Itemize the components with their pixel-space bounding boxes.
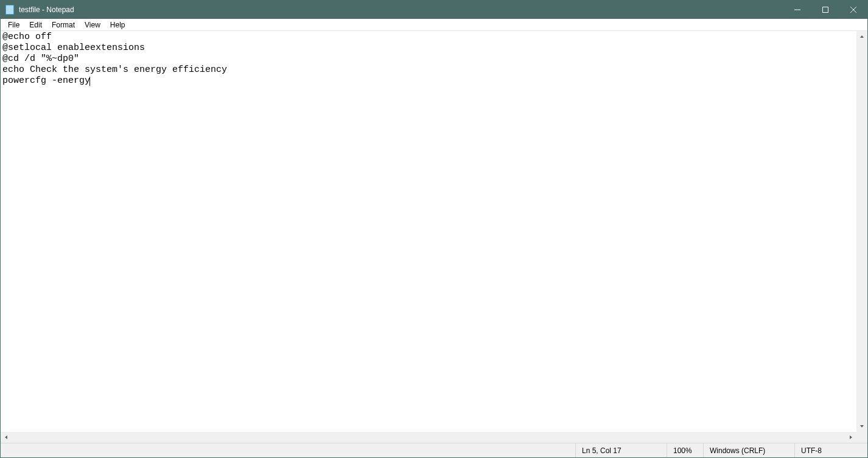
minimize-button[interactable]	[783, 1, 811, 19]
titlebar[interactable]: testfile - Notepad	[1, 1, 867, 19]
statusbar: Ln 5, Col 17 100% Windows (CRLF) UTF-8	[1, 443, 867, 457]
menu-view[interactable]: View	[80, 20, 105, 30]
menu-format[interactable]: Format	[47, 20, 80, 30]
close-button[interactable]	[839, 1, 867, 19]
editor-container: @echo off @setlocal enableextensions @cd…	[1, 31, 867, 443]
menubar: File Edit Format View Help	[1, 19, 867, 31]
svg-marker-7	[850, 435, 852, 439]
window-controls	[783, 1, 867, 19]
status-position: Ln 5, Col 17	[575, 443, 667, 457]
scroll-down-button[interactable]	[856, 421, 867, 432]
scroll-track-vertical[interactable]	[856, 42, 867, 421]
chevron-right-icon	[849, 435, 853, 440]
scroll-corner	[856, 432, 867, 443]
chevron-down-icon	[859, 424, 864, 429]
menu-edit[interactable]: Edit	[24, 20, 47, 30]
scroll-up-button[interactable]	[856, 31, 867, 42]
scroll-track-horizontal[interactable]	[12, 432, 845, 443]
status-zoom: 100%	[667, 443, 703, 457]
editor-content[interactable]: @echo off @setlocal enableextensions @cd…	[2, 32, 227, 86]
close-icon	[850, 7, 856, 13]
scrollbar-vertical[interactable]	[856, 31, 867, 432]
svg-marker-4	[860, 35, 864, 38]
status-encoding: UTF-8	[794, 443, 867, 457]
chevron-up-icon	[859, 34, 864, 39]
menu-file[interactable]: File	[3, 20, 24, 30]
svg-marker-6	[5, 435, 7, 439]
scroll-right-button[interactable]	[845, 432, 856, 443]
svg-rect-1	[823, 7, 828, 13]
maximize-button[interactable]	[811, 1, 839, 19]
scroll-left-button[interactable]	[1, 432, 12, 443]
maximize-icon	[822, 7, 828, 13]
menu-help[interactable]: Help	[105, 20, 130, 30]
text-cursor	[89, 77, 90, 86]
notepad-icon	[5, 5, 14, 15]
scrollbar-horizontal[interactable]	[1, 432, 856, 443]
app-icon-wrap	[1, 5, 19, 15]
status-line-ending: Windows (CRLF)	[703, 443, 794, 457]
chevron-left-icon	[4, 435, 9, 440]
window-title: testfile - Notepad	[19, 5, 74, 14]
minimize-icon	[794, 7, 800, 13]
svg-marker-5	[860, 425, 864, 428]
text-editor[interactable]: @echo off @setlocal enableextensions @cd…	[1, 31, 856, 432]
